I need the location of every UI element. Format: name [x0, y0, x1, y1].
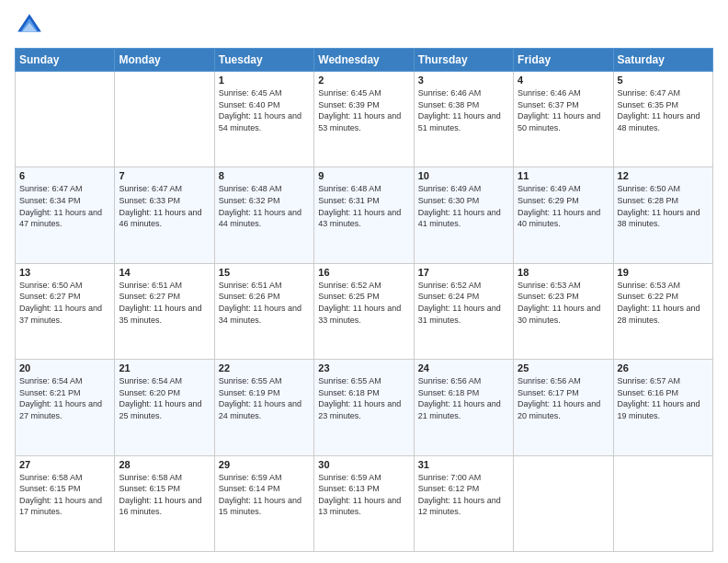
day-info: Sunrise: 6:45 AM Sunset: 6:40 PM Dayligh… — [219, 87, 310, 133]
day-info: Sunrise: 6:58 AM Sunset: 6:15 PM Dayligh… — [19, 472, 110, 518]
calendar-week-5: 27Sunrise: 6:58 AM Sunset: 6:15 PM Dayli… — [16, 455, 713, 551]
day-number: 9 — [318, 170, 409, 181]
calendar-cell: 9Sunrise: 6:48 AM Sunset: 6:31 PM Daylig… — [314, 167, 414, 263]
calendar-cell: 3Sunrise: 6:46 AM Sunset: 6:38 PM Daylig… — [414, 72, 513, 167]
weekday-header-sunday: Sunday — [16, 49, 115, 72]
weekday-header-friday: Friday — [514, 49, 613, 72]
day-number: 16 — [318, 267, 409, 278]
calendar-header-row: SundayMondayTuesdayWednesdayThursdayFrid… — [16, 49, 713, 72]
calendar-cell: 17Sunrise: 6:52 AM Sunset: 6:24 PM Dayli… — [414, 263, 513, 359]
day-number: 19 — [618, 267, 709, 278]
day-number: 4 — [518, 75, 609, 86]
weekday-header-wednesday: Wednesday — [314, 49, 414, 72]
day-number: 7 — [119, 170, 210, 181]
day-info: Sunrise: 6:47 AM Sunset: 6:33 PM Dayligh… — [119, 183, 210, 229]
day-number: 5 — [618, 75, 709, 86]
calendar-cell: 27Sunrise: 6:58 AM Sunset: 6:15 PM Dayli… — [16, 455, 115, 551]
calendar-cell: 12Sunrise: 6:50 AM Sunset: 6:28 PM Dayli… — [613, 167, 712, 263]
day-number: 1 — [219, 75, 310, 86]
day-number: 3 — [418, 75, 509, 86]
day-number: 8 — [219, 170, 310, 181]
calendar-week-3: 13Sunrise: 6:50 AM Sunset: 6:27 PM Dayli… — [16, 263, 713, 359]
weekday-header-tuesday: Tuesday — [214, 49, 313, 72]
calendar-cell: 20Sunrise: 6:54 AM Sunset: 6:21 PM Dayli… — [16, 360, 115, 455]
calendar-cell: 2Sunrise: 6:45 AM Sunset: 6:39 PM Daylig… — [314, 72, 414, 167]
day-number: 13 — [19, 267, 110, 278]
day-number: 14 — [119, 267, 210, 278]
calendar-cell: 5Sunrise: 6:47 AM Sunset: 6:35 PM Daylig… — [613, 72, 712, 167]
day-info: Sunrise: 6:52 AM Sunset: 6:25 PM Dayligh… — [318, 280, 409, 326]
logo-icon — [15, 11, 44, 40]
day-info: Sunrise: 6:53 AM Sunset: 6:22 PM Dayligh… — [618, 280, 709, 326]
day-info: Sunrise: 6:48 AM Sunset: 6:31 PM Dayligh… — [318, 183, 409, 229]
day-info: Sunrise: 6:59 AM Sunset: 6:14 PM Dayligh… — [219, 472, 310, 518]
day-info: Sunrise: 6:52 AM Sunset: 6:24 PM Dayligh… — [418, 280, 509, 326]
calendar-cell: 24Sunrise: 6:56 AM Sunset: 6:18 PM Dayli… — [414, 360, 513, 455]
day-number: 26 — [618, 362, 709, 373]
day-info: Sunrise: 6:55 AM Sunset: 6:18 PM Dayligh… — [318, 375, 409, 421]
logo — [15, 11, 50, 40]
calendar-table: SundayMondayTuesdayWednesdayThursdayFrid… — [15, 48, 713, 552]
calendar-cell: 28Sunrise: 6:58 AM Sunset: 6:15 PM Dayli… — [115, 455, 214, 551]
calendar-cell: 26Sunrise: 6:57 AM Sunset: 6:16 PM Dayli… — [613, 360, 712, 455]
day-number: 20 — [19, 362, 110, 373]
day-info: Sunrise: 6:54 AM Sunset: 6:21 PM Dayligh… — [19, 375, 110, 421]
day-info: Sunrise: 7:00 AM Sunset: 6:12 PM Dayligh… — [418, 472, 509, 518]
calendar-week-2: 6Sunrise: 6:47 AM Sunset: 6:34 PM Daylig… — [16, 167, 713, 263]
calendar-cell: 31Sunrise: 7:00 AM Sunset: 6:12 PM Dayli… — [414, 455, 513, 551]
day-info: Sunrise: 6:56 AM Sunset: 6:18 PM Dayligh… — [418, 375, 509, 421]
calendar-cell: 19Sunrise: 6:53 AM Sunset: 6:22 PM Dayli… — [613, 263, 712, 359]
calendar-cell: 23Sunrise: 6:55 AM Sunset: 6:18 PM Dayli… — [314, 360, 414, 455]
day-number: 31 — [418, 459, 509, 470]
day-number: 18 — [518, 267, 609, 278]
day-number: 15 — [219, 267, 310, 278]
calendar-cell: 8Sunrise: 6:48 AM Sunset: 6:32 PM Daylig… — [214, 167, 313, 263]
day-info: Sunrise: 6:55 AM Sunset: 6:19 PM Dayligh… — [219, 375, 310, 421]
calendar-cell: 21Sunrise: 6:54 AM Sunset: 6:20 PM Dayli… — [115, 360, 214, 455]
calendar-cell: 4Sunrise: 6:46 AM Sunset: 6:37 PM Daylig… — [514, 72, 613, 167]
day-info: Sunrise: 6:51 AM Sunset: 6:26 PM Dayligh… — [219, 280, 310, 326]
calendar-cell — [613, 455, 712, 551]
day-number: 28 — [119, 459, 210, 470]
day-info: Sunrise: 6:46 AM Sunset: 6:37 PM Dayligh… — [518, 87, 609, 133]
calendar-cell: 13Sunrise: 6:50 AM Sunset: 6:27 PM Dayli… — [16, 263, 115, 359]
calendar-cell — [115, 72, 214, 167]
day-number: 27 — [19, 459, 110, 470]
calendar-cell: 10Sunrise: 6:49 AM Sunset: 6:30 PM Dayli… — [414, 167, 513, 263]
day-info: Sunrise: 6:48 AM Sunset: 6:32 PM Dayligh… — [219, 183, 310, 229]
day-info: Sunrise: 6:46 AM Sunset: 6:38 PM Dayligh… — [418, 87, 509, 133]
day-number: 10 — [418, 170, 509, 181]
day-info: Sunrise: 6:51 AM Sunset: 6:27 PM Dayligh… — [119, 280, 210, 326]
day-number: 29 — [219, 459, 310, 470]
weekday-header-thursday: Thursday — [414, 49, 513, 72]
day-info: Sunrise: 6:47 AM Sunset: 6:34 PM Dayligh… — [19, 183, 110, 229]
weekday-header-saturday: Saturday — [613, 49, 712, 72]
day-number: 12 — [618, 170, 709, 181]
calendar-cell: 14Sunrise: 6:51 AM Sunset: 6:27 PM Dayli… — [115, 263, 214, 359]
day-number: 25 — [518, 362, 609, 373]
calendar-cell: 7Sunrise: 6:47 AM Sunset: 6:33 PM Daylig… — [115, 167, 214, 263]
day-info: Sunrise: 6:59 AM Sunset: 6:13 PM Dayligh… — [318, 472, 409, 518]
calendar-week-4: 20Sunrise: 6:54 AM Sunset: 6:21 PM Dayli… — [16, 360, 713, 455]
day-info: Sunrise: 6:57 AM Sunset: 6:16 PM Dayligh… — [618, 375, 709, 421]
day-info: Sunrise: 6:49 AM Sunset: 6:30 PM Dayligh… — [418, 183, 509, 229]
calendar-cell: 11Sunrise: 6:49 AM Sunset: 6:29 PM Dayli… — [514, 167, 613, 263]
day-info: Sunrise: 6:49 AM Sunset: 6:29 PM Dayligh… — [518, 183, 609, 229]
calendar-cell: 30Sunrise: 6:59 AM Sunset: 6:13 PM Dayli… — [314, 455, 414, 551]
calendar-cell: 1Sunrise: 6:45 AM Sunset: 6:40 PM Daylig… — [214, 72, 313, 167]
calendar-cell: 18Sunrise: 6:53 AM Sunset: 6:23 PM Dayli… — [514, 263, 613, 359]
calendar-cell: 29Sunrise: 6:59 AM Sunset: 6:14 PM Dayli… — [214, 455, 313, 551]
calendar-week-1: 1Sunrise: 6:45 AM Sunset: 6:40 PM Daylig… — [16, 72, 713, 167]
day-number: 11 — [518, 170, 609, 181]
day-info: Sunrise: 6:47 AM Sunset: 6:35 PM Dayligh… — [618, 87, 709, 133]
calendar-cell: 15Sunrise: 6:51 AM Sunset: 6:26 PM Dayli… — [214, 263, 313, 359]
day-info: Sunrise: 6:56 AM Sunset: 6:17 PM Dayligh… — [518, 375, 609, 421]
day-info: Sunrise: 6:50 AM Sunset: 6:27 PM Dayligh… — [19, 280, 110, 326]
day-number: 24 — [418, 362, 509, 373]
calendar-cell: 16Sunrise: 6:52 AM Sunset: 6:25 PM Dayli… — [314, 263, 414, 359]
header — [15, 11, 713, 40]
day-number: 30 — [318, 459, 409, 470]
calendar-cell: 25Sunrise: 6:56 AM Sunset: 6:17 PM Dayli… — [514, 360, 613, 455]
calendar-cell: 22Sunrise: 6:55 AM Sunset: 6:19 PM Dayli… — [214, 360, 313, 455]
day-number: 2 — [318, 75, 409, 86]
